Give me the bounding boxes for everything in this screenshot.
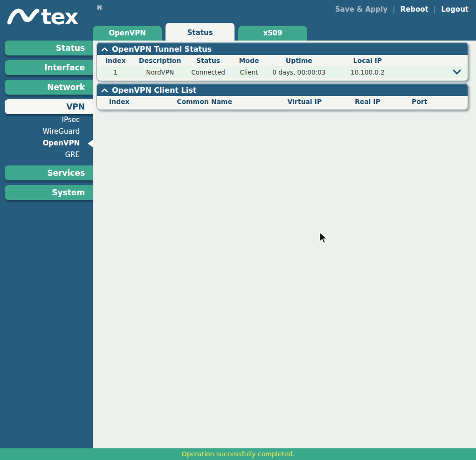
tunnel-status-panel-header[interactable]: OpenVPN Tunnel Status [97,42,468,55]
tunnel-status-panel: OpenVPN Tunnel Status Index Description … [97,42,468,81]
link-separator: | [393,5,395,14]
sidebar-subitem-wireguard[interactable]: WireGuard [0,126,93,137]
tab-openvpn[interactable]: OpenVPN [93,26,162,41]
sidebar-subitem-openvpn[interactable]: OpenVPN [0,137,93,149]
col-header-index: Index [97,98,141,105]
sidebar-subitem-openvpn-label: OpenVPN [43,139,80,147]
sidebar-item-interface[interactable]: Interface [5,60,93,75]
sidebar-subitem-ipsec[interactable]: IPsec [0,114,93,126]
client-list-panel-header[interactable]: OpenVPN Client List [97,83,468,96]
row-description: NordVPN [134,69,186,76]
tunnel-status-panel-title: OpenVPN Tunnel Status [112,45,212,54]
sidebar-item-status[interactable]: Status [5,41,93,55]
selected-item-arrow-icon [88,140,93,147]
col-header-mode: Mode [230,57,268,64]
col-header-uptime: Uptime [268,57,331,64]
avtex-logo-icon: tex ® [7,3,105,27]
tab-status[interactable]: Status [166,23,235,41]
col-header-local-ip: Local IP [331,57,405,64]
main-content: OpenVPN Tunnel Status Index Description … [93,41,476,448]
expand-row-chevron-down-icon[interactable] [453,69,461,75]
save-apply-link[interactable]: Save & Apply [335,5,387,14]
logo-text: tex [41,4,78,27]
row-local-ip: 10.100.0.2 [331,69,405,76]
reboot-link[interactable]: Reboot [400,5,428,14]
client-list-panel: OpenVPN Client List Index Common Name Vi… [97,83,468,110]
col-header-real-ip: Real IP [342,98,393,105]
sidebar-item-vpn[interactable]: VPN [5,99,93,114]
col-header-virtual-ip: Virtual IP [268,98,342,105]
logout-link[interactable]: Logout [441,5,469,14]
vpn-submenu: IPsec WireGuard OpenVPN GRE [0,114,93,161]
sidebar: Status Interface Network VPN IPsec WireG… [0,41,93,448]
link-separator: | [434,5,436,14]
panel-footer-pad [97,78,468,81]
tunnel-status-header-row: Index Description Status Mode Uptime Loc… [97,55,468,66]
client-list-header-row: Index Common Name Virtual IP Real IP Por… [97,96,468,107]
sidebar-subitem-gre[interactable]: GRE [0,149,93,161]
col-header-port: Port [393,98,445,105]
row-mode: Client [230,69,268,76]
col-header-common-name: Common Name [141,98,267,105]
table-row: 1 NordVPN Connected Client 0 days, 00:00… [97,66,468,78]
row-status: Connected [186,69,230,76]
sidebar-item-network[interactable]: Network [5,80,93,95]
row-index: 1 [97,69,134,76]
panel-footer-pad [97,107,468,110]
col-header-index: Index [97,57,134,64]
col-header-status: Status [186,57,230,64]
collapse-up-icon [101,47,108,52]
avtex-logo: tex ® [7,3,105,29]
col-header-description: Description [134,57,186,64]
collapse-up-icon [101,88,108,93]
sidebar-item-services[interactable]: Services [5,165,93,180]
client-list-panel-title: OpenVPN Client List [112,86,196,95]
top-action-links: Save & Apply | Reboot | Logout [335,5,469,14]
sidebar-item-system[interactable]: System [5,185,93,200]
row-uptime: 0 days, 00:00:03 [268,69,331,76]
registered-mark: ® [96,4,103,12]
tab-x509[interactable]: x509 [238,26,307,41]
status-toast: Operation successfully completed. [0,448,476,460]
